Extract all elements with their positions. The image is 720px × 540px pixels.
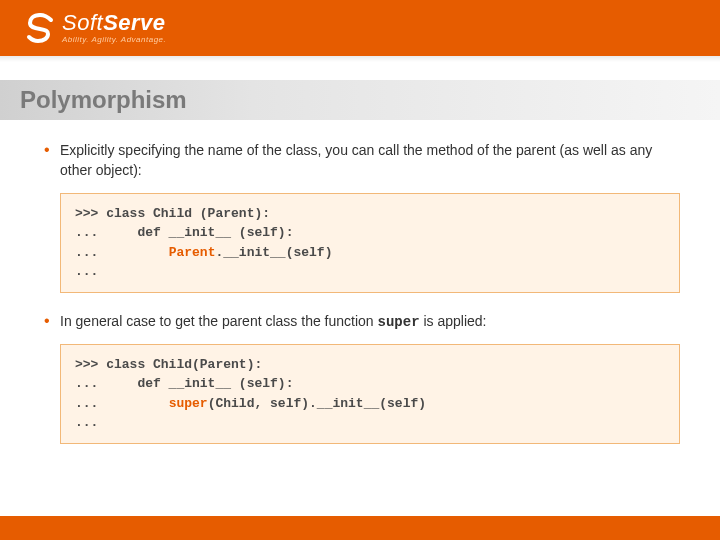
bullet-item: Explicitly specifying the name of the cl… <box>40 140 680 181</box>
brand-tagline: Ability. Agility. Advantage. <box>62 36 166 44</box>
brand-name: SoftServe <box>62 12 166 34</box>
brand-mark-icon <box>24 12 56 44</box>
header-shadow <box>0 56 720 62</box>
keyword-super: super <box>169 396 208 411</box>
brand-logo: SoftServe Ability. Agility. Advantage. <box>24 12 166 44</box>
inline-code-super: super <box>378 314 420 330</box>
code-block-1: >>> class Child (Parent): ... def __init… <box>60 193 680 293</box>
slide-content: Explicitly specifying the name of the cl… <box>0 120 720 444</box>
footer-bar <box>0 516 720 540</box>
header-bar: SoftServe Ability. Agility. Advantage. <box>0 0 720 56</box>
code-block-2: >>> class Child(Parent): ... def __init_… <box>60 344 680 444</box>
slide-title-band: Polymorphism <box>0 80 720 120</box>
slide-title: Polymorphism <box>20 86 700 114</box>
bullet-item: In general case to get the parent class … <box>40 311 680 332</box>
keyword-parent: Parent <box>169 245 216 260</box>
